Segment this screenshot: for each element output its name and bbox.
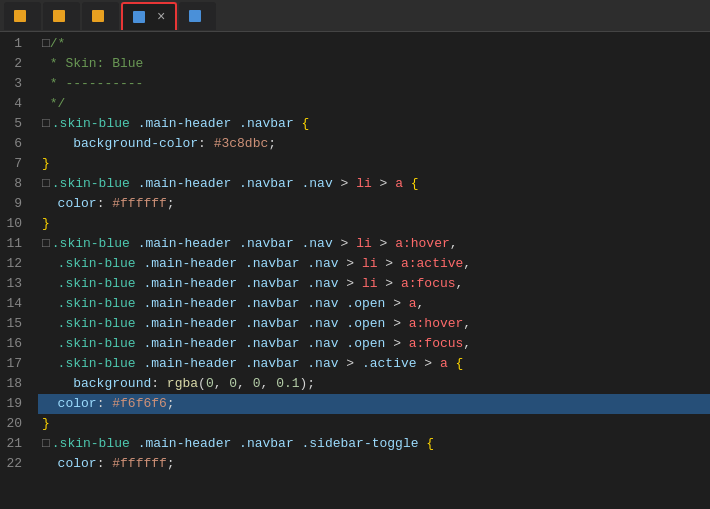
code-line[interactable]: */ [38,94,710,114]
line-number: 19 [4,394,30,414]
code-line[interactable]: color: #ffffff; [38,454,710,474]
code-token [42,256,58,271]
code-token: , [456,276,464,291]
code-token [237,316,245,331]
close-tab-button[interactable]: × [157,10,165,24]
tab-adminlte-css[interactable] [179,2,216,30]
line-number: 10 [4,214,30,234]
code-token: .skin-blue [52,436,130,451]
code-line[interactable]: □.skin-blue .main-header .navbar .sideba… [38,434,710,454]
code-token [237,276,245,291]
code-token: .nav [307,316,338,331]
code-line[interactable]: } [38,414,710,434]
code-token: > [378,276,401,291]
line-number: 18 [4,374,30,394]
code-line[interactable]: .skin-blue .main-header .navbar .nav .op… [38,334,710,354]
code-line[interactable]: .skin-blue .main-header .navbar .nav .op… [38,314,710,334]
code-token: ; [268,136,276,151]
line-number: 3 [4,74,30,94]
code-token: color [58,456,97,471]
line-number: 14 [4,294,30,314]
code-token: .nav [302,236,333,251]
code-token: .navbar [239,176,294,191]
code-token: , [463,256,471,271]
code-token [42,376,73,391]
code-line[interactable]: * Skin: Blue [38,54,710,74]
code-line[interactable]: background: rgba(0, 0, 0, 0.1); [38,374,710,394]
code-line[interactable]: .skin-blue .main-header .navbar .nav > l… [38,254,710,274]
code-token: 0 [253,376,261,391]
code-line[interactable]: color: #ffffff; [38,194,710,214]
code-token: .nav [307,336,338,351]
code-token [231,116,239,131]
jsp-icon [14,10,26,22]
line-number: 1 [4,34,30,54]
code-token: > [339,276,362,291]
code-token: li [356,176,372,191]
code-line[interactable]: color: #f6f6f6; [38,394,710,414]
code-token: .skin-blue [52,176,130,191]
code-line[interactable]: .skin-blue .main-header .navbar .nav > l… [38,274,710,294]
code-token: .main-header [138,116,232,131]
tab-bar: × [0,0,710,32]
line-number: 7 [4,154,30,174]
code-token: > [339,356,362,371]
dot-indicator: □ [42,176,50,191]
code-token: : [97,196,113,211]
code-token [130,236,138,251]
code-token: , [214,376,230,391]
code-line[interactable]: background-color: #3c8dbc; [38,134,710,154]
code-token [130,116,138,131]
line-number: 5 [4,114,30,134]
code-token: .skin-blue [58,356,136,371]
code-token: .skin-blue [52,236,130,251]
code-line[interactable]: □.skin-blue .main-header .navbar .nav > … [38,234,710,254]
code-content[interactable]: □/* * Skin: Blue * ---------- */□.skin-b… [38,32,710,509]
code-token: .navbar [245,276,300,291]
code-token: ( [198,376,206,391]
code-token: 0 [229,376,237,391]
code-token: .skin-blue [58,296,136,311]
code-line[interactable]: .skin-blue .main-header .navbar .nav > .… [38,354,710,374]
code-token [231,436,239,451]
code-token: #3c8dbc [214,136,269,151]
code-token: : [97,456,113,471]
code-token: > [385,296,408,311]
code-token: ; [167,396,175,411]
code-line[interactable]: □.skin-blue .main-header .navbar .nav > … [38,174,710,194]
code-token: a:hover [409,316,464,331]
code-token [294,436,302,451]
code-line[interactable]: } [38,214,710,234]
tab-login-jsp[interactable] [82,2,119,30]
code-token: .nav [307,256,338,271]
css-icon [133,11,145,23]
code-token: .skin-blue [58,336,136,351]
code-token: .open [346,316,385,331]
code-token: .open [346,296,385,311]
tab-all-skins-css[interactable]: × [121,2,177,30]
code-line[interactable]: .skin-blue .main-header .navbar .nav .op… [38,294,710,314]
code-token: .main-header [143,336,237,351]
code-token [237,296,245,311]
code-token: color [58,196,97,211]
tab-header-jsp[interactable] [4,2,41,30]
code-token: .main-header [138,176,232,191]
code-token: .main-header [143,256,237,271]
code-token: { [294,116,310,131]
code-line[interactable]: □/* [38,34,710,54]
line-number: 4 [4,94,30,114]
code-token: .sidebar-toggle [302,436,419,451]
code-token [231,236,239,251]
code-line[interactable]: * ---------- [38,74,710,94]
code-token: { [403,176,419,191]
line-number: 2 [4,54,30,74]
css-icon [189,10,201,22]
code-line[interactable]: } [38,154,710,174]
line-number: 15 [4,314,30,334]
code-token: ); [300,376,316,391]
code-token: > [333,236,356,251]
tab-index-jsp[interactable] [43,2,80,30]
line-number: 12 [4,254,30,274]
code-line[interactable]: □.skin-blue .main-header .navbar { [38,114,710,134]
code-token: .nav [302,176,333,191]
